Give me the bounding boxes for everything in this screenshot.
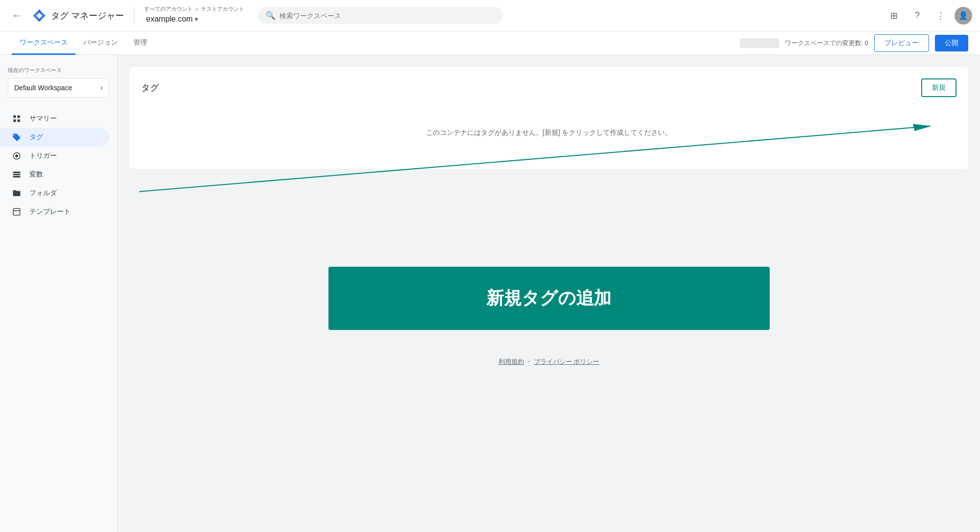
svg-rect-3 bbox=[13, 115, 16, 118]
workspace-section-label: 現在のワークスペース bbox=[8, 67, 109, 74]
tabs-bar: ワークスペース バージョン 管理 ワークスペースでの変更数: 0 プレビュー 公… bbox=[0, 31, 980, 55]
footer: 利用規約 ・ プライバシー ポリシー bbox=[129, 346, 968, 378]
breadcrumb-path: すべてのアカウント ＞ テストアカウント bbox=[144, 5, 244, 13]
chevron-down-icon: ▾ bbox=[195, 15, 198, 23]
app-logo bbox=[31, 8, 47, 24]
sidebar-label-tags: タグ bbox=[29, 133, 43, 142]
cta-text: 新規タグの追加 bbox=[486, 286, 611, 310]
panel-header: タグ 新規 bbox=[141, 78, 956, 97]
sidebar-item-tags[interactable]: タグ bbox=[0, 128, 109, 147]
workspace-selector[interactable]: Default Workspace › bbox=[8, 78, 109, 98]
tag-panel: タグ 新規 このコンテナにはタグがありません。[新規] をクリックして作成してく… bbox=[129, 67, 968, 169]
workspace-thumbnail bbox=[740, 38, 779, 48]
sidebar-label-variables: 変数 bbox=[29, 170, 43, 179]
app-title: タグ マネージャー bbox=[51, 10, 124, 22]
tags-icon bbox=[12, 133, 22, 142]
tab-workspace[interactable]: ワークスペース bbox=[12, 31, 75, 55]
svg-rect-10 bbox=[13, 174, 21, 176]
nav-actions: ⊞ ? ⋮ 👤 bbox=[884, 6, 972, 25]
account-name: example.com bbox=[146, 15, 193, 24]
sidebar-nav: サマリー タグ トリガー 変数 bbox=[0, 105, 117, 221]
account-selector[interactable]: example.com ▾ bbox=[144, 13, 244, 25]
sidebar-item-variables[interactable]: 変数 bbox=[0, 165, 109, 184]
change-count: ワークスペースでの変更数: 0 bbox=[785, 39, 868, 48]
preview-button[interactable]: プレビュー bbox=[874, 34, 929, 52]
avatar[interactable]: 👤 bbox=[955, 7, 972, 25]
variables-icon bbox=[12, 170, 22, 179]
search-bar: 🔍 bbox=[258, 7, 503, 24]
svg-rect-12 bbox=[13, 208, 20, 215]
workspace-section: 現在のワークスペース Default Workspace › bbox=[0, 63, 117, 105]
sidebar-label-summary: サマリー bbox=[29, 114, 57, 123]
search-icon: 🔍 bbox=[266, 11, 276, 20]
templates-icon bbox=[12, 207, 22, 216]
cta-banner[interactable]: 新規タグの追加 bbox=[328, 267, 770, 330]
top-nav: ← タグ マネージャー すべてのアカウント ＞ テストアカウント example… bbox=[0, 0, 980, 31]
nav-divider bbox=[134, 8, 134, 24]
tab-admin[interactable]: 管理 bbox=[126, 31, 155, 55]
sidebar-label-templates: テンプレート bbox=[29, 207, 71, 216]
folders-icon bbox=[12, 189, 22, 198]
svg-rect-6 bbox=[18, 120, 20, 122]
workspace-name-label: Default Workspace bbox=[14, 84, 72, 92]
svg-rect-11 bbox=[13, 176, 21, 177]
sidebar-item-templates[interactable]: テンプレート bbox=[0, 203, 109, 221]
back-button[interactable]: ← bbox=[8, 8, 25, 23]
apps-icon-button[interactable]: ⊞ bbox=[884, 6, 904, 25]
sidebar-item-folders[interactable]: フォルダ bbox=[0, 184, 109, 203]
sidebar-item-triggers[interactable]: トリガー bbox=[0, 147, 109, 165]
panel-title: タグ bbox=[141, 82, 159, 94]
footer-separator: ・ bbox=[526, 358, 532, 365]
triggers-icon bbox=[12, 152, 22, 160]
tabs-right: ワークスペースでの変更数: 0 プレビュー 公開 bbox=[740, 34, 968, 52]
svg-rect-9 bbox=[13, 172, 21, 173]
breadcrumb-area: すべてのアカウント ＞ テストアカウント example.com ▾ bbox=[144, 5, 244, 25]
summary-icon bbox=[12, 114, 22, 123]
main-layout: 現在のワークスペース Default Workspace › サマリー タグ bbox=[0, 55, 980, 532]
search-input[interactable] bbox=[279, 12, 495, 20]
new-tag-button[interactable]: 新規 bbox=[921, 78, 956, 97]
help-icon-button[interactable]: ? bbox=[907, 6, 927, 25]
svg-rect-5 bbox=[13, 120, 16, 122]
empty-message: このコンテナにはタグがありません。[新規] をクリックして作成してください。 bbox=[141, 109, 956, 157]
sidebar: 現在のワークスペース Default Workspace › サマリー タグ bbox=[0, 55, 118, 532]
svg-point-8 bbox=[15, 154, 18, 157]
logo-container: タグ マネージャー bbox=[31, 8, 124, 24]
content-area: タグ 新規 このコンテナにはタグがありません。[新規] をクリックして作成してく… bbox=[118, 55, 980, 532]
svg-rect-4 bbox=[18, 115, 20, 118]
tab-version[interactable]: バージョン bbox=[75, 31, 126, 55]
sidebar-label-triggers: トリガー bbox=[29, 152, 57, 160]
publish-button[interactable]: 公開 bbox=[935, 35, 968, 51]
workspace-arrow-icon: › bbox=[101, 83, 103, 92]
terms-link[interactable]: 利用規約 bbox=[499, 358, 524, 365]
privacy-link[interactable]: プライバシー ポリシー bbox=[534, 358, 600, 365]
sidebar-label-folders: フォルダ bbox=[29, 189, 57, 198]
sidebar-item-summary[interactable]: サマリー bbox=[0, 109, 109, 128]
more-icon-button[interactable]: ⋮ bbox=[931, 6, 951, 25]
